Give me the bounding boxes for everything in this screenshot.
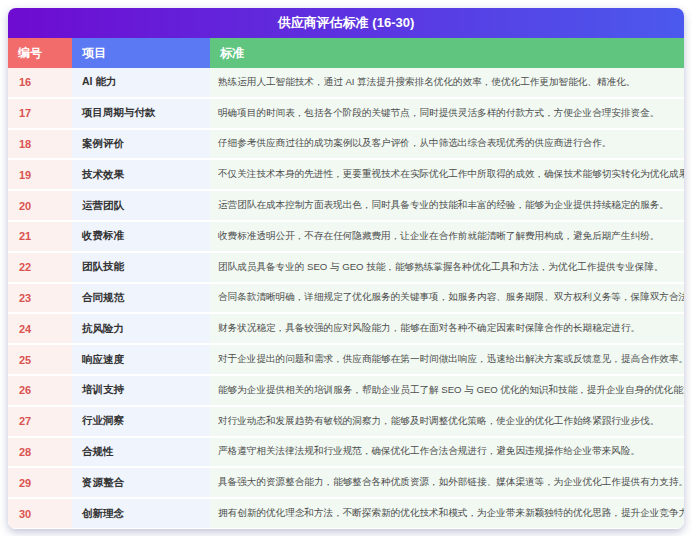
row-item-cell: 创新理念 [72,499,210,528]
table-title: 供应商评估标准 (16-30) [8,8,684,38]
table-header-row: 编号 项目 标准 [8,38,684,68]
column-header-standard: 标准 [210,38,684,68]
page: 供应商评估标准 (16-30) 编号 项目 标准 16AI 能力熟练运用人工智能… [0,0,692,536]
row-item-cell: 合规性 [72,438,210,467]
table-body: 16AI 能力熟练运用人工智能技术，通过 AI 算法提升搜索排名优化的效率，使优… [8,68,684,529]
row-number-cell: 21 [8,222,72,251]
row-number-cell: 20 [8,191,72,220]
supplier-evaluation-table: 供应商评估标准 (16-30) 编号 项目 标准 16AI 能力熟练运用人工智能… [8,8,684,529]
table-row: 17项目周期与付款明确项目的时间表，包括各个阶段的关键节点，同时提供灵活多样的付… [8,99,684,128]
row-number-cell: 16 [8,68,72,97]
row-standard-cell: 运营团队在成本控制方面表现出色，同时具备专业的技能和丰富的经验，能够为企业提供持… [210,191,684,220]
table-row: 16AI 能力熟练运用人工智能技术，通过 AI 算法提升搜索排名优化的效率，使优… [8,68,684,97]
row-number-cell: 30 [8,499,72,528]
row-standard-cell: 仔细参考供应商过往的成功案例以及客户评价，从中筛选出综合表现优秀的供应商进行合作… [210,130,684,159]
row-number-cell: 28 [8,438,72,467]
table-row: 18案例评价仔细参考供应商过往的成功案例以及客户评价，从中筛选出综合表现优秀的供… [8,130,684,159]
row-item-cell: AI 能力 [72,68,210,97]
row-standard-cell: 能够为企业提供相关的培训服务，帮助企业员工了解 SEO 与 GEO 优化的知识和… [210,376,684,405]
table-row: 25响应速度对于企业提出的问题和需求，供应商能够在第一时间做出响应，迅速给出解决… [8,345,684,374]
row-item-cell: 合同规范 [72,284,210,313]
row-number-cell: 19 [8,160,72,189]
row-standard-cell: 熟练运用人工智能技术，通过 AI 算法提升搜索排名优化的效率，使优化工作更加智能… [210,68,684,97]
row-item-cell: 资源整合 [72,468,210,497]
row-item-cell: 抗风险力 [72,314,210,343]
row-item-cell: 案例评价 [72,130,210,159]
row-item-cell: 培训支持 [72,376,210,405]
row-standard-cell: 拥有创新的优化理念和方法，不断探索新的优化技术和模式，为企业带来新颖独特的优化思… [210,499,684,528]
table-row: 27行业洞察对行业动态和发展趋势有敏锐的洞察力，能够及时调整优化策略，使企业的优… [8,407,684,436]
table-row: 28合规性严格遵守相关法律法规和行业规范，确保优化工作合法合规进行，避免因违规操… [8,438,684,467]
table-row: 20运营团队运营团队在成本控制方面表现出色，同时具备专业的技能和丰富的经验，能够… [8,191,684,220]
row-standard-cell: 不仅关注技术本身的先进性，更要重视技术在实际优化工作中所取得的成效，确保技术能够… [210,160,684,189]
row-item-cell: 行业洞察 [72,407,210,436]
row-item-cell: 团队技能 [72,253,210,282]
row-number-cell: 24 [8,314,72,343]
table-row: 21收费标准收费标准透明公开，不存在任何隐藏费用，让企业在合作前就能清晰了解费用… [8,222,684,251]
row-number-cell: 26 [8,376,72,405]
column-header-no: 编号 [8,38,72,68]
row-number-cell: 22 [8,253,72,282]
row-standard-cell: 收费标准透明公开，不存在任何隐藏费用，让企业在合作前就能清晰了解费用构成，避免后… [210,222,684,251]
table-row: 30创新理念拥有创新的优化理念和方法，不断探索新的优化技术和模式，为企业带来新颖… [8,499,684,528]
row-item-cell: 运营团队 [72,191,210,220]
row-standard-cell: 对于企业提出的问题和需求，供应商能够在第一时间做出响应，迅速给出解决方案或反馈意… [210,345,684,374]
row-number-cell: 29 [8,468,72,497]
row-item-cell: 响应速度 [72,345,210,374]
row-standard-cell: 团队成员具备专业的 SEO 与 GEO 技能，能够熟练掌握各种优化工具和方法，为… [210,253,684,282]
row-number-cell: 25 [8,345,72,374]
row-standard-cell: 严格遵守相关法律法规和行业规范，确保优化工作合法合规进行，避免因违规操作给企业带… [210,438,684,467]
row-standard-cell: 对行业动态和发展趋势有敏锐的洞察力，能够及时调整优化策略，使企业的优化工作始终紧… [210,407,684,436]
row-standard-cell: 具备强大的资源整合能力，能够整合各种优质资源，如外部链接、媒体渠道等，为企业优化… [210,468,684,497]
row-standard-cell: 财务状况稳定，具备较强的应对风险能力，能够在面对各种不确定因素时保障合作的长期稳… [210,314,684,343]
row-number-cell: 17 [8,99,72,128]
row-number-cell: 18 [8,130,72,159]
table-row: 22团队技能团队成员具备专业的 SEO 与 GEO 技能，能够熟练掌握各种优化工… [8,253,684,282]
row-item-cell: 技术效果 [72,160,210,189]
table-row: 23合同规范合同条款清晰明确，详细规定了优化服务的关键事项，如服务内容、服务期限… [8,284,684,313]
row-item-cell: 项目周期与付款 [72,99,210,128]
row-number-cell: 23 [8,284,72,313]
table-row: 29资源整合具备强大的资源整合能力，能够整合各种优质资源，如外部链接、媒体渠道等… [8,468,684,497]
table-row: 19技术效果不仅关注技术本身的先进性，更要重视技术在实际优化工作中所取得的成效，… [8,160,684,189]
table-row: 26培训支持能够为企业提供相关的培训服务，帮助企业员工了解 SEO 与 GEO … [8,376,684,405]
row-standard-cell: 合同条款清晰明确，详细规定了优化服务的关键事项，如服务内容、服务期限、双方权利义… [210,284,684,313]
table-row: 24抗风险力财务状况稳定，具备较强的应对风险能力，能够在面对各种不确定因素时保障… [8,314,684,343]
row-number-cell: 27 [8,407,72,436]
row-standard-cell: 明确项目的时间表，包括各个阶段的关键节点，同时提供灵活多样的付款方式，方便企业合… [210,99,684,128]
column-header-item: 项目 [72,38,210,68]
row-item-cell: 收费标准 [72,222,210,251]
